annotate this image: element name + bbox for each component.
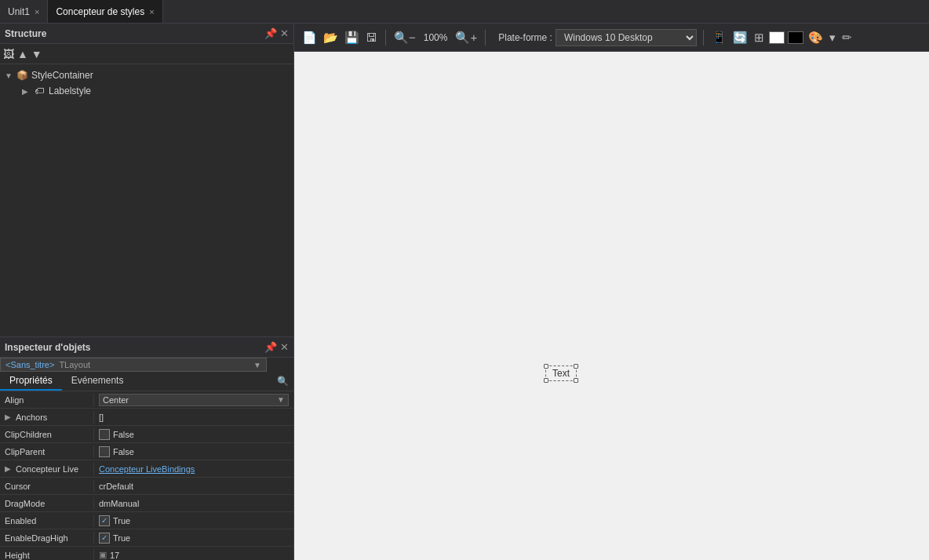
prop-row-clipchildren: ClipChildren False — [0, 426, 293, 443]
inspector-title: Inspecteur d'objets — [5, 342, 91, 353]
label-component[interactable]: Text — [545, 365, 577, 381]
tree-item-stylecontainer[interactable]: ▼ 📦 StyleContainer — [0, 67, 293, 83]
expand-labelstyle-icon[interactable]: ▶ — [22, 87, 33, 96]
tab-events[interactable]: Evénements — [62, 372, 133, 391]
prop-name-cursor: Cursor — [0, 480, 94, 493]
save-all-icon[interactable]: 🖫 — [364, 29, 379, 45]
prop-row-enabled: Enabled True — [0, 512, 293, 529]
concepteur-live-expand-icon[interactable]: ▶ — [5, 464, 11, 473]
enabled-checkbox[interactable] — [99, 515, 110, 526]
down-icon[interactable]: ▼ — [31, 48, 42, 60]
zoom-level: 100% — [421, 32, 451, 43]
zoom-in-icon[interactable]: 🔍+ — [454, 29, 479, 46]
tab-unit1-close[interactable]: × — [35, 7, 39, 16]
prop-name-clipchildren: ClipChildren — [0, 428, 94, 441]
component-type: TLayout — [59, 360, 90, 369]
handle-bl[interactable] — [544, 378, 548, 383]
close-inspector-icon[interactable]: ✕ — [280, 341, 289, 353]
label-text-element[interactable]: Text — [545, 365, 577, 381]
toolbar-separator-2 — [485, 30, 486, 45]
zoom-out-icon[interactable]: 🔍− — [392, 29, 417, 46]
save-icon[interactable]: 💾 — [343, 29, 361, 46]
prop-value-align[interactable]: Center ▼ — [94, 392, 293, 408]
structure-panel-title: Structure — [5, 28, 46, 39]
prop-row-dragmode: DragMode dmManual — [0, 495, 293, 512]
rotate-icon[interactable]: 🔄 — [731, 29, 749, 46]
concepteur-live-link[interactable]: Concepteur LiveBindings — [99, 464, 195, 474]
prop-value-clipparent[interactable]: False — [94, 445, 293, 459]
pin-inspector-icon[interactable]: 📌 — [264, 341, 277, 353]
tree-item-labelstyle[interactable]: ▶ 🏷 Labelstyle — [0, 83, 293, 99]
prop-row-concepteur-live: ▶ Concepteur Live Concepteur LiveBinding… — [0, 460, 293, 478]
prop-name-concepteur-live: ▶ Concepteur Live — [0, 463, 94, 475]
prop-value-anchors: [] — [94, 411, 293, 424]
pin-icon[interactable]: 📌 — [264, 27, 277, 39]
handle-tl[interactable] — [544, 364, 548, 369]
canvas-content[interactable]: Text — [294, 52, 929, 560]
edit-icon[interactable]: ✏ — [840, 29, 854, 46]
tab-style-designer-close[interactable]: × — [149, 7, 154, 16]
component-selector[interactable]: <Sans_titre> TLayout ▼ — [0, 358, 267, 372]
inspector-tabs-bar: Propriétés Evénements 🔍 — [0, 372, 293, 391]
labelstyle-label: Labelstyle — [49, 85, 91, 96]
tab-unit1-label: Unit1 — [8, 6, 30, 17]
up-icon[interactable]: ▲ — [17, 48, 28, 60]
prop-value-clipchildren[interactable]: False — [94, 427, 293, 442]
white-swatch[interactable] — [769, 31, 785, 44]
structure-toolbar: 🖼 ▲ ▼ — [0, 44, 293, 64]
prop-value-concepteur-live[interactable]: Concepteur LiveBindings — [94, 463, 293, 475]
handle-tr[interactable] — [574, 364, 578, 369]
tab-unit1[interactable]: Unit1 × — [0, 0, 48, 23]
prop-row-align: Align Center ▼ — [0, 391, 293, 409]
structure-panel-header: Structure 📌 ✕ — [0, 24, 293, 44]
prop-name-enabled: Enabled — [0, 515, 94, 527]
black-swatch[interactable] — [788, 31, 803, 44]
labelstyle-icon: 🏷 — [33, 85, 46, 97]
platform-label: Plate-forme : — [498, 32, 552, 43]
prop-row-anchors: ▶ Anchors [] — [0, 409, 293, 426]
prop-name-anchors: ▶ Anchors — [0, 411, 94, 424]
enabledraghigh-checkbox[interactable] — [99, 533, 110, 544]
properties-table: Align Center ▼ ▶ Anchors — [0, 391, 293, 560]
structure-panel: Structure 📌 ✕ 🖼 ▲ ▼ ▼ 📦 StyleContainer ▶ — [0, 24, 293, 337]
stylecontainer-label: StyleContainer — [31, 70, 93, 81]
theme-icon[interactable]: 🎨 — [807, 29, 825, 46]
component-name: <Sans_titre> — [5, 360, 54, 369]
prop-value-enabled[interactable]: True — [94, 514, 293, 528]
device-icon[interactable]: 📱 — [710, 29, 728, 46]
clipchildren-checkbox[interactable] — [99, 429, 110, 440]
tab-bar: Unit1 × Concepteur de styles × — [0, 0, 929, 24]
align-dropdown-arrow: ▼ — [277, 395, 285, 404]
prop-value-enabledraghigh[interactable]: True — [94, 531, 293, 545]
tab-style-designer[interactable]: Concepteur de styles × — [48, 0, 162, 23]
structure-panel-icons: 📌 ✕ — [264, 27, 289, 39]
new-icon[interactable]: 🖼 — [3, 48, 14, 60]
tab-properties[interactable]: Propriétés — [0, 372, 62, 391]
anchors-expand-icon[interactable]: ▶ — [5, 413, 11, 421]
more-icon[interactable]: ▾ — [828, 29, 837, 46]
inspector-header: Inspecteur d'objets 📌 ✕ — [0, 337, 293, 358]
grid-icon[interactable]: ⊞ — [752, 29, 766, 46]
prop-row-height: Height ▣ 17 — [0, 547, 293, 560]
handle-br[interactable] — [574, 378, 578, 383]
prop-name-enabledraghigh: EnableDragHigh — [0, 532, 94, 544]
canvas-label-text: Text — [552, 368, 570, 379]
open-file-icon[interactable]: 📂 — [322, 29, 340, 46]
expand-stylecontainer-icon[interactable]: ▼ — [5, 71, 16, 80]
prop-name-clipparent: ClipParent — [0, 445, 94, 458]
main-layout: Structure 📌 ✕ 🖼 ▲ ▼ ▼ 📦 StyleContainer ▶ — [0, 24, 929, 560]
tab-style-designer-label: Concepteur de styles — [56, 6, 144, 17]
toolbar-separator-3 — [703, 30, 704, 45]
prop-value-cursor: crDefault — [94, 480, 293, 493]
search-properties-button[interactable]: 🔍 — [272, 374, 293, 388]
new-file-icon[interactable]: 📄 — [301, 29, 319, 46]
tree-area: ▼ 📦 StyleContainer ▶ 🏷 Labelstyle — [0, 64, 293, 336]
align-dropdown[interactable]: Center ▼ — [99, 394, 289, 406]
clipparent-checkbox[interactable] — [99, 446, 110, 457]
prop-name-align: Align — [0, 394, 94, 406]
platform-select[interactable]: Windows 10 Desktop Android iOS macOS — [556, 29, 697, 46]
height-icon: ▣ — [99, 550, 107, 560]
stylecontainer-icon: 📦 — [16, 69, 28, 82]
component-dropdown-arrow: ▼ — [253, 361, 261, 369]
close-structure-icon[interactable]: ✕ — [280, 27, 289, 39]
